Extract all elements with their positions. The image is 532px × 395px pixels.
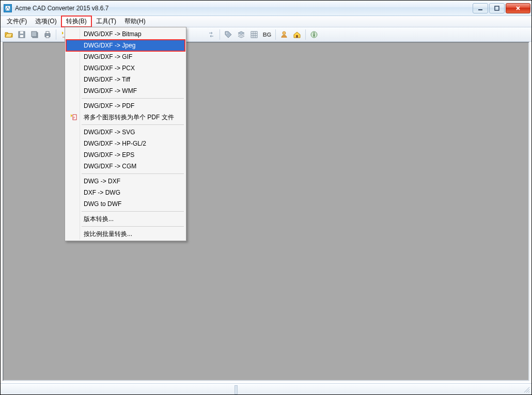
menu-item-label: 将多个图形转换为单个 PDF 文件 <box>81 113 174 122</box>
titlebar[interactable]: Acme CAD Converter 2015 v8.6.7 <box>1 1 531 16</box>
convert-menu: DWG/DXF -> BitmapDWG/DXF -> JpegDWG/DXF … <box>65 27 186 241</box>
menu-item[interactable]: 按比例批量转换... <box>66 228 185 240</box>
menu-item[interactable]: DWG/DXF -> SVG <box>66 127 185 138</box>
menu-item[interactable]: DWG/DXF -> Tiff <box>66 74 185 85</box>
title-text: Acme CAD Converter 2015 v8.6.7 <box>15 5 473 12</box>
print-icon[interactable] <box>41 29 54 40</box>
grid-icon[interactable] <box>248 29 260 40</box>
menu-item[interactable]: DXF -> DWG <box>66 187 185 198</box>
menu-item-label: 版本转换... <box>81 215 114 224</box>
menu-item-label: DWG/DXF -> GIF <box>81 53 132 60</box>
menu-separator <box>82 124 184 125</box>
menu-item[interactable]: 版本转换... <box>66 213 185 225</box>
status-pane-divider[interactable] <box>234 385 238 394</box>
menu-工具(T)[interactable]: 工具(T) <box>92 16 120 27</box>
bg-toggle[interactable]: BG <box>261 29 273 40</box>
info-icon[interactable] <box>308 29 320 40</box>
menu-item[interactable]: DWG/DXF -> PDF <box>66 100 185 112</box>
menu-item[interactable]: DWG/DXF -> Bitmap <box>66 28 185 40</box>
window-buttons <box>473 3 530 13</box>
menu-separator <box>82 226 184 227</box>
menu-item[interactable]: DWG/DXF -> EPS <box>66 149 185 161</box>
pdf-icon: P <box>66 113 81 121</box>
menu-item[interactable]: DWG/DXF -> WMF <box>66 85 185 97</box>
menu-item-label: DWG/DXF -> Jpeg <box>81 42 135 49</box>
menu-item[interactable]: DWG to DWF <box>66 198 185 210</box>
menu-item-label: DWG -> DXF <box>81 178 120 185</box>
app-icon <box>4 4 12 12</box>
svg-rect-4 <box>20 35 23 37</box>
menu-item-label: DWG/DXF -> Bitmap <box>81 30 142 38</box>
menu-item[interactable]: DWG/DXF -> GIF <box>66 51 185 62</box>
toolbar-separator <box>56 29 56 40</box>
swap-icon[interactable] <box>205 29 217 40</box>
menu-item-label: 按比例批量转换... <box>81 230 132 239</box>
menu-item-label: DWG/DXF -> PCX <box>81 65 135 72</box>
menu-item[interactable]: DWG/DXF -> Jpeg <box>66 40 185 51</box>
menu-item-label: DXF -> DWG <box>81 189 120 196</box>
menubar: 文件(F)选项(O)转换(B)工具(T)帮助(H) <box>1 16 531 27</box>
svg-rect-7 <box>32 31 37 37</box>
menu-帮助(H)[interactable]: 帮助(H) <box>120 16 150 27</box>
menu-选项(O)[interactable]: 选项(O) <box>31 16 60 27</box>
toolbar-separator <box>275 29 276 40</box>
user-icon[interactable] <box>278 29 290 40</box>
svg-point-12 <box>226 33 227 34</box>
svg-rect-5 <box>20 31 23 34</box>
open-icon[interactable] <box>3 29 15 40</box>
menu-item[interactable]: DWG/DXF -> HP-GL/2 <box>66 138 185 149</box>
toolbar-separator <box>305 29 306 40</box>
menu-item-label: DWG/DXF -> HP-GL/2 <box>81 140 146 147</box>
close-button[interactable] <box>506 3 530 13</box>
menu-item-label: DWG to DWF <box>81 200 121 208</box>
svg-rect-9 <box>46 31 49 34</box>
menu-item-label: DWG/DXF -> SVG <box>81 129 135 136</box>
svg-rect-15 <box>296 35 298 38</box>
save-icon[interactable] <box>15 29 28 40</box>
svg-rect-18 <box>314 33 315 34</box>
home-icon[interactable] <box>291 29 303 40</box>
menu-separator <box>82 173 184 174</box>
minimize-button[interactable] <box>473 3 488 13</box>
menu-item[interactable]: DWG/DXF -> PCX <box>66 62 185 74</box>
statusbar <box>1 383 531 394</box>
menu-item-label: DWG/DXF -> WMF <box>81 87 137 94</box>
svg-rect-2 <box>495 6 499 10</box>
menu-item-label: DWG/DXF -> EPS <box>81 151 134 159</box>
menu-item[interactable]: P将多个图形转换为单个 PDF 文件 <box>66 112 185 123</box>
svg-rect-13 <box>251 31 257 38</box>
save-all-icon[interactable] <box>28 29 41 40</box>
toolbar-separator <box>220 29 220 40</box>
menu-item-label: DWG/DXF -> Tiff <box>81 76 130 83</box>
svg-rect-1 <box>478 9 482 10</box>
menu-item-label: DWG/DXF -> CGM <box>81 163 136 170</box>
menu-item[interactable]: DWG/DXF -> CGM <box>66 161 185 172</box>
menu-item-label: DWG/DXF -> PDF <box>81 102 134 109</box>
layers-icon[interactable] <box>235 29 247 40</box>
svg-point-14 <box>283 31 286 35</box>
svg-rect-10 <box>46 36 49 38</box>
menu-separator <box>82 98 184 99</box>
maximize-button[interactable] <box>489 3 505 13</box>
resize-grip-icon[interactable] <box>522 385 530 393</box>
menu-item[interactable]: DWG -> DXF <box>66 176 185 187</box>
menu-separator <box>82 211 184 212</box>
svg-rect-17 <box>314 34 315 37</box>
menu-转换(B)[interactable]: 转换(B) <box>61 15 92 27</box>
menu-文件(F)[interactable]: 文件(F) <box>3 16 31 27</box>
tag-icon[interactable] <box>222 29 234 40</box>
